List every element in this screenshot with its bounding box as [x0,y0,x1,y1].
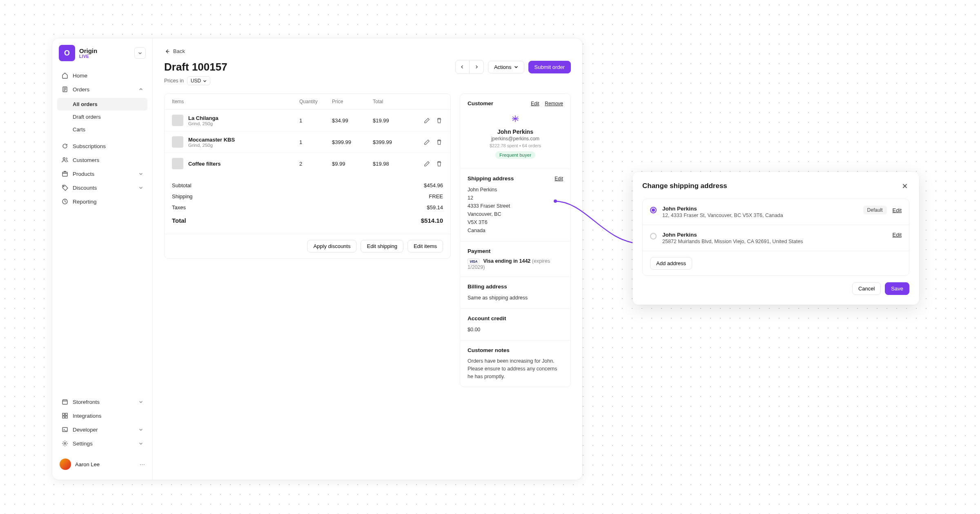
shipping-address-modal: Change shipping address John Perkins 12,… [633,172,919,305]
customer-badge: Frequent buyer [495,151,535,159]
edit-item-button[interactable] [423,116,431,124]
customer-logo-icon [508,113,522,124]
address-radio[interactable] [650,233,657,239]
edit-items-button[interactable]: Edit items [408,240,443,253]
edit-item-button[interactable] [423,160,431,168]
nav-subscriptions[interactable]: Subscriptions [57,139,147,153]
address-line: 4333 Fraser Street [468,202,563,210]
nav-developer[interactable]: Developer [57,423,147,436]
shipping-label: Shipping [172,193,193,199]
users-icon [61,156,69,164]
actions-label: Actions [494,64,512,70]
subtotal-label: Subtotal [172,182,192,188]
taxes-label: Taxes [172,204,186,210]
cancel-button[interactable]: Cancel [852,282,881,295]
avatar [60,459,71,470]
page-title: Draft 100157 [164,61,227,73]
shipping-heading: Shipping address [468,175,514,182]
nav-products[interactable]: Products [57,167,147,181]
chevron-down-icon [514,65,518,69]
svg-point-1 [63,158,65,160]
customer-remove-link[interactable]: Remove [545,101,563,106]
close-icon [902,183,908,189]
customer-name: John Perkins [468,128,563,135]
item-thumb [172,115,183,126]
col-total: Total [373,99,414,104]
save-button[interactable]: Save [885,282,909,295]
address-text: 12, 4333 Fraser St, Vancouver, BC V5X 3T… [662,213,858,218]
address-name: John Perkins [662,232,887,238]
nav-home[interactable]: Home [57,69,147,82]
table-row: La Chilanga Grind, 250g 1 $34.99 $19.99 [165,110,450,131]
currency-selector[interactable]: USD [187,76,210,85]
terminal-icon [61,426,69,433]
back-link[interactable]: Back [164,48,571,54]
refresh-icon [61,142,69,150]
shipping-edit-link[interactable]: Edit [555,176,563,182]
address-option[interactable]: John Perkins 25872 Muirlands Blvd, Missi… [643,225,909,251]
prices-in-label: Prices in [164,78,184,84]
order-pager [455,60,484,74]
nav-all-orders[interactable]: All orders [57,98,147,111]
close-button[interactable] [900,182,909,191]
svg-rect-2 [62,172,67,176]
nav-home-label: Home [73,73,87,79]
delete-item-button[interactable] [435,138,443,146]
delete-item-button[interactable] [435,160,443,168]
col-qty: Quantity [299,99,332,104]
billing-text: Same as shipping address [468,294,563,302]
item-sub: Grind, 250g [188,143,235,148]
nav-discounts[interactable]: Discounts [57,181,147,195]
delete-item-button[interactable] [435,116,443,124]
total-label: Total [172,217,186,224]
address-line: Canada [468,226,563,235]
address-edit-link[interactable]: Edit [893,232,902,238]
nav-reporting[interactable]: Reporting [57,195,147,208]
prev-order-button[interactable] [456,60,470,73]
taxes-value: $59.14 [427,204,443,210]
nav-orders[interactable]: Orders [57,82,147,96]
nav-developer-label: Developer [73,427,98,433]
item-qty: 1 [299,117,332,124]
submit-order-button[interactable]: Submit order [528,61,571,73]
gear-icon [61,440,69,447]
nav-settings[interactable]: Settings [57,436,147,450]
address-line: 12 [468,194,563,202]
apply-discounts-button[interactable]: Apply discounts [307,240,356,253]
nav-storefronts-label: Storefronts [73,399,100,405]
edit-shipping-button[interactable]: Edit shipping [361,240,403,253]
currency-value: USD [191,78,201,84]
nav-settings-label: Settings [73,441,93,447]
next-order-button[interactable] [470,60,483,73]
nav-carts[interactable]: Carts [57,123,147,136]
item-sub: Grind, 250g [188,121,218,126]
nav-customers-label: Customers [73,157,99,163]
customer-edit-link[interactable]: Edit [531,101,539,106]
col-items: Items [172,99,299,104]
address-name: John Perkins [662,206,858,212]
more-icon[interactable]: ⋯ [140,461,145,467]
edit-item-button[interactable] [423,138,431,146]
brand-logo: O [59,45,75,61]
add-address-button[interactable]: Add address [650,257,692,270]
actions-dropdown[interactable]: Actions [488,61,524,73]
nav-customers[interactable]: Customers [57,153,147,167]
nav-subscriptions-label: Subscriptions [73,143,106,149]
address-line: John Perkins [468,186,563,194]
address-option[interactable]: John Perkins 12, 4333 Fraser St, Vancouv… [643,199,909,225]
address-radio[interactable] [650,207,657,213]
address-edit-link[interactable]: Edit [893,207,902,213]
payment-text: VISA Visa ending in 1442 (expires 1/2029… [468,258,563,270]
item-thumb [172,136,183,148]
address-line: Vancouver, BC [468,210,563,218]
nav-integrations[interactable]: Integrations [57,409,147,423]
workspace-switcher[interactable] [134,47,146,59]
nav-storefronts[interactable]: Storefronts [57,395,147,409]
item-total: $19.99 [373,117,414,124]
sidebar: O Origin LIVE Home Orders All orders Dra… [52,38,153,480]
svg-rect-7 [62,416,65,418]
chevron-down-icon [138,441,143,446]
user-row[interactable]: Aaron Lee ⋯ [57,455,147,473]
store-icon [61,398,69,405]
nav-draft-orders[interactable]: Draft orders [57,111,147,123]
